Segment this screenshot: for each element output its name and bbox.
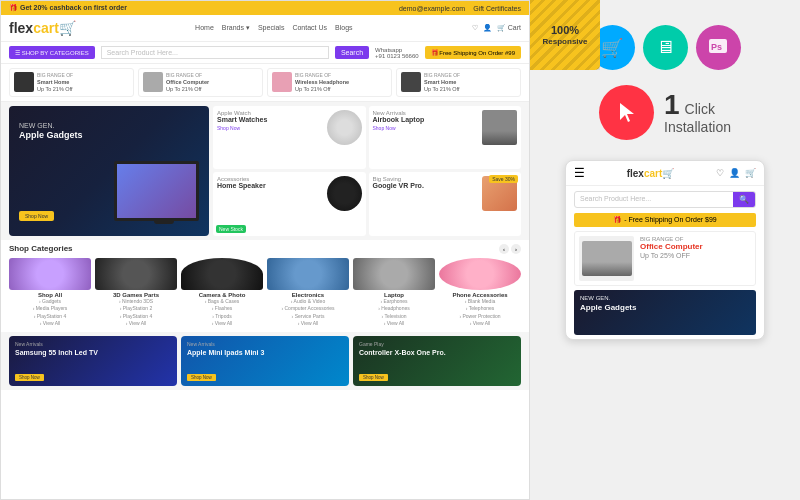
section-title: Shop Categories ‹ ›: [9, 244, 521, 254]
categories-title: Shop Categories: [9, 244, 73, 253]
mob-search-bar: Search Product Here... 🔍: [574, 191, 756, 208]
cat-item-4: Laptop › Earphones › Headphones › Televi…: [353, 258, 435, 328]
mob-hero-tag: NEW GEN.: [580, 295, 636, 303]
prev-arrow[interactable]: ‹: [499, 244, 509, 254]
header-icons: ♡ 👤 🛒 Cart: [472, 24, 521, 32]
range-sub-1: Up To 21% Off: [166, 86, 209, 93]
click-number: 1: [664, 91, 680, 119]
cat-item-5: Phone Accessories › Blank Media › Teleph…: [439, 258, 521, 328]
logo-accent: cart: [33, 20, 59, 36]
mob-logo-accent: cart: [644, 168, 662, 179]
range-name-2: Wireless Headphone: [295, 79, 349, 86]
banner-xbox-text: Game Play Controller X-Box One Pro.: [359, 341, 446, 358]
mob-heart-icon[interactable]: ♡: [716, 168, 724, 178]
mob-product-name: Office Computer: [640, 242, 751, 252]
hero-banner: NEW GEN. Apple Gadgets Shop Now: [9, 106, 209, 236]
nav-brands[interactable]: Brands ▾: [222, 24, 250, 32]
mob-laptop-img: [582, 241, 632, 276]
nav-links: Home Brands ▾ Specials Contact Us Blogs: [195, 24, 352, 32]
big-range-bar: BIG RANGE OF Smart Home Up To 21% Off BI…: [1, 64, 529, 102]
range-name-1: Office Computer: [166, 79, 209, 86]
nav-blogs[interactable]: Blogs: [335, 24, 353, 32]
mob-logo: flexcart🛒: [627, 168, 675, 179]
banner-ipad-text: New Arrivals Apple Mini Ipads Mini 3: [187, 341, 264, 358]
banner-tag-0: New Arrivals: [15, 341, 98, 348]
svg-text:Ps: Ps: [711, 42, 722, 52]
badge-text: 100% Responsive: [543, 24, 588, 47]
nav-specials[interactable]: Specials: [258, 24, 284, 32]
banner-name-1: Apple Mini Ipads Mini 3: [187, 348, 264, 358]
next-arrow[interactable]: ›: [511, 244, 521, 254]
hero-cta-button[interactable]: Shop Now: [19, 211, 54, 221]
mob-search-input[interactable]: Search Product Here...: [575, 192, 733, 207]
design-circle-icon: Ps: [696, 25, 741, 70]
cat-img-camera: [181, 258, 263, 290]
banner-samsung: New Arrivals Samsung 55 Inch Led TV Shop…: [9, 336, 177, 386]
banner-tag-2: Game Play: [359, 341, 446, 348]
mob-hamburger-icon[interactable]: ☰: [574, 166, 585, 180]
wishlist-icon[interactable]: ♡: [472, 24, 478, 32]
banner-btn-1[interactable]: Shop Now: [187, 374, 216, 381]
range-item-3: BIG RANGE OF Smart Home Up To 21% Off: [396, 68, 521, 97]
shop-categories-button[interactable]: ☰ SHOP BY CATEGORIES: [9, 46, 95, 59]
cat-links-1: › Nintendo 3DS › PlayStation 2 › PlaySta…: [95, 298, 177, 328]
speaker-image: [327, 176, 362, 211]
range-sub-0: Up To 21% Off: [37, 86, 73, 93]
bottom-banners: New Arrivals Samsung 55 Inch Led TV Shop…: [1, 332, 529, 390]
click-label: Click: [685, 101, 715, 117]
click-circle-icon: [599, 85, 654, 140]
save-badge: Save 30%: [489, 175, 518, 183]
installation-label: Installation: [664, 119, 731, 135]
range-text-3: BIG RANGE OF Smart Home Up To 21% Off: [424, 72, 460, 93]
badge-inner: 100% Responsive: [530, 0, 600, 70]
cat-img-3dgames: [95, 258, 177, 290]
top-bar-left-text: 🎁 Get 20% cashback on first order: [9, 4, 127, 12]
mob-discount-text: Up To 25% OFF: [640, 252, 751, 259]
free-shipping-badge: 🎁 Free Shipping On Order #99: [425, 46, 521, 59]
site-logo: flexcart🛒: [9, 20, 76, 36]
site-header: flexcart🛒 Home Brands ▾ Specials Contact…: [1, 15, 529, 42]
hero-monitor-image: [114, 156, 209, 236]
mob-search-button[interactable]: 🔍: [733, 192, 755, 207]
ps-icon-svg: Ps: [707, 37, 729, 59]
search-button[interactable]: Search: [335, 46, 369, 59]
right-panel: 100% Responsive 🛒 🖥 Ps 1 Click: [530, 0, 800, 500]
banner-xbox: Game Play Controller X-Box One Pro. Shop…: [353, 336, 521, 386]
grid-item-3: Big Saving Google VR Pro. Save 30%: [369, 172, 522, 236]
mob-cart-icon[interactable]: 🛒: [745, 168, 756, 178]
user-icon[interactable]: 👤: [483, 24, 492, 32]
cart-icon[interactable]: 🛒 Cart: [497, 24, 521, 32]
product-grid: Apple Watch Smart Watches Shop Now New A…: [213, 106, 521, 236]
cat-links-2: › Bags & Cases › Flashes › Tripods › Vie…: [181, 298, 263, 328]
grid-item-1: New Arrivals Airbook Laptop Shop Now: [369, 106, 522, 170]
banner-samsung-text: New Arrivals Samsung 55 Inch Led TV: [15, 341, 98, 358]
mob-header-icons: ♡ 👤 🛒: [716, 168, 756, 178]
range-text-0: BIG RANGE OF Smart Home Up To 21% Off: [37, 72, 73, 93]
mob-product-image: [579, 236, 634, 281]
mob-free-shipping: 🎁 - Free Shipping On Order $99: [574, 213, 756, 227]
gift-text: Gift Certificates: [473, 5, 521, 12]
banner-btn-0[interactable]: Shop Now: [15, 374, 44, 381]
cat-item-0: Shop All › Gadgets › Media Players › Pla…: [9, 258, 91, 328]
cat-links-5: › Blank Media › Telephones › Power Prote…: [439, 298, 521, 328]
mob-header: ☰ flexcart🛒 ♡ 👤 🛒: [566, 161, 764, 186]
mob-hero-banner: NEW GEN. Apple Gadgets: [574, 290, 756, 335]
mob-user-icon[interactable]: 👤: [729, 168, 740, 178]
banner-btn-2[interactable]: Shop Now: [359, 374, 388, 381]
mob-hero-text: NEW GEN. Apple Gadgets: [580, 295, 636, 313]
cat-img-shopall: [9, 258, 91, 290]
cursor-icon-svg: [612, 98, 642, 128]
watch-image: [327, 110, 362, 145]
website-mockup: 🎁 Get 20% cashback on first order demo@e…: [0, 0, 530, 500]
range-sub-2: Up To 21% Off: [295, 86, 349, 93]
email-text: demo@example.com: [399, 5, 465, 12]
range-img-1: [143, 72, 163, 92]
cat-item-3: Electronics › Audio & Video › Computer A…: [267, 258, 349, 328]
nav-contact[interactable]: Contact Us: [292, 24, 327, 32]
desktop-circle-icon: 🖥: [643, 25, 688, 70]
cat-img-laptop: [353, 258, 435, 290]
mobile-mockup: ☰ flexcart🛒 ♡ 👤 🛒 Search Product Here...…: [565, 160, 765, 340]
nav-home[interactable]: Home: [195, 24, 214, 32]
search-input[interactable]: Search Product Here...: [101, 46, 329, 59]
grid-item-2: Accessories Home Speaker New Stock: [213, 172, 366, 236]
